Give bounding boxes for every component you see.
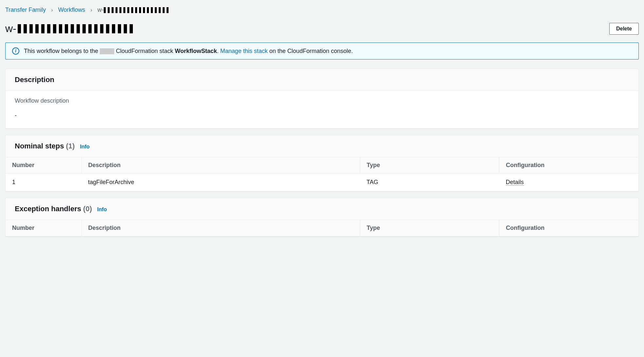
breadcrumb-root[interactable]: Transfer Family — [5, 7, 46, 13]
page-title: w- — [5, 23, 135, 35]
exception-handlers-panel: Exception handlers (0) Info Number Descr… — [5, 198, 639, 237]
col-description: Description — [81, 220, 360, 236]
workflow-description-label: Workflow description — [15, 97, 629, 104]
description-panel: Description Workflow description - — [5, 69, 639, 128]
exception-handlers-table: Number Description Type Configuration — [6, 220, 638, 236]
col-configuration: Configuration — [499, 220, 639, 236]
description-heading: Description — [15, 76, 54, 84]
description-panel-header: Description — [6, 69, 638, 91]
col-number: Number — [6, 157, 81, 174]
breadcrumb-current: w- — [98, 7, 169, 13]
table-row: 1 tagFileForArchive TAG Details — [6, 174, 638, 191]
cloudformation-info-banner: i This workflow belongs to the CloudForm… — [5, 42, 639, 60]
col-number: Number — [6, 220, 81, 236]
nominal-info-link[interactable]: Info — [80, 144, 90, 149]
redacted-stack-region — [100, 48, 114, 54]
info-icon: i — [12, 47, 19, 55]
nominal-steps-table: Number Description Type Configuration 1 … — [6, 157, 638, 191]
page-title-prefix: w- — [5, 23, 16, 35]
workflow-description-value: - — [15, 112, 629, 119]
description-panel-body: Workflow description - — [6, 91, 638, 128]
cell-description: tagFileForArchive — [81, 174, 360, 191]
cell-type: TAG — [360, 174, 499, 191]
nominal-heading-text: Nominal steps — [15, 142, 64, 150]
banner-stack-name: WorkflowStack — [175, 48, 217, 54]
cell-number: 1 — [6, 174, 81, 191]
chevron-right-icon: › — [51, 7, 53, 13]
breadcrumb-current-prefix: w- — [98, 7, 104, 13]
col-type: Type — [360, 220, 499, 236]
banner-mid: CloudFormation stack — [116, 48, 173, 54]
exception-heading-text: Exception handlers — [15, 205, 81, 213]
breadcrumb: Transfer Family › Workflows › w- — [5, 5, 639, 15]
breadcrumb-workflows[interactable]: Workflows — [58, 7, 85, 13]
page-header: w- Delete — [5, 23, 639, 35]
cell-configuration: Details — [499, 174, 639, 191]
banner-suffix: on the CloudFormation console. — [269, 48, 353, 54]
exception-count: (0) — [83, 205, 92, 213]
manage-stack-link[interactable]: Manage this stack — [220, 48, 268, 54]
banner-prefix: This workflow belongs to the — [24, 48, 98, 54]
banner-text: This workflow belongs to the CloudFormat… — [24, 48, 353, 55]
nominal-steps-panel: Nominal steps (1) Info Number Descriptio… — [5, 135, 639, 191]
exception-handlers-heading: Exception handlers (0) — [15, 205, 94, 213]
exception-handlers-header: Exception handlers (0) Info — [6, 198, 638, 220]
nominal-steps-header: Nominal steps (1) Info — [6, 135, 638, 157]
redacted-title-id — [18, 24, 135, 33]
nominal-steps-heading: Nominal steps (1) — [15, 142, 77, 150]
exception-info-link[interactable]: Info — [97, 207, 107, 212]
col-type: Type — [360, 157, 499, 174]
delete-button[interactable]: Delete — [609, 23, 639, 35]
col-configuration: Configuration — [499, 157, 639, 174]
details-link[interactable]: Details — [506, 179, 524, 186]
chevron-right-icon: › — [90, 7, 92, 13]
col-description: Description — [81, 157, 360, 174]
nominal-count: (1) — [66, 142, 75, 150]
redacted-id — [104, 7, 169, 13]
